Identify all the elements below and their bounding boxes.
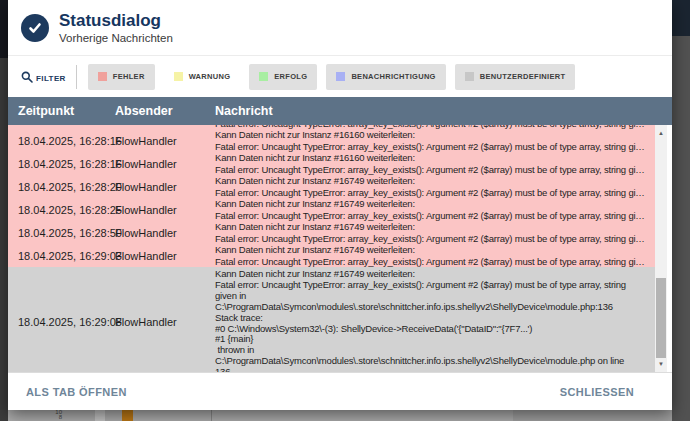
table-row[interactable]: 18.04.2025, 16:29:08 FlowHandler Kann Da… [8,267,655,372]
error-color-swatch [98,72,107,81]
search-icon [21,71,33,83]
dialog-subtitle: Vorherige Nachrichten [59,32,173,44]
cell-message: Kann Daten nicht zur Instanz #16749 weit… [215,221,655,244]
filter-toggle[interactable]: FILTER [21,71,66,83]
filter-button-benutzerdefiniert[interactable]: BENUTZERDEFINIERT [455,64,576,90]
cell-sender: FlowHandler [115,227,215,239]
cell-sender: FlowHandler [115,135,215,147]
filter-button-label: FEHLER [113,72,145,81]
background-chart-orange-bar [122,410,133,421]
cell-time: 18.04.2025, 16:28:16 [18,135,115,147]
filter-button-label: ERFOLG [274,72,307,81]
filter-button-label: WARNUNG [189,72,231,81]
check-circle-icon [21,14,49,42]
cell-message: Kann Daten nicht zur Instanz #16749 weit… [215,198,655,221]
column-header-nachricht: Nachricht [215,104,672,118]
cell-time: 18.04.2025, 16:28:20 [18,181,115,193]
filter-label: FILTER [36,74,66,83]
cell-message: Kann Daten nicht zur Instanz #16749 weit… [215,175,655,198]
cell-message: Kann Daten nicht zur Instanz #16160 weit… [215,129,655,152]
filter-button-erfolg[interactable]: ERFOLG [249,64,317,90]
scrollbar[interactable]: ▲ ▼ [655,125,667,372]
background-overlay-left-top [0,0,8,58]
filter-button-label: BENUTZERDEFINIERT [480,72,566,81]
cell-sender: FlowHandler [115,204,215,216]
message-list: Fatal error: Uncaught TypeError: array_k… [8,125,672,372]
table-row[interactable]: 18.04.2025, 16:28:20 FlowHandler Kann Da… [8,175,655,198]
background-chart-gridline [211,410,212,421]
table-row[interactable]: 18.04.2025, 16:28:50 FlowHandler Kann Da… [8,221,655,244]
cell-sender: FlowHandler [115,316,215,328]
custom-color-swatch [465,72,474,81]
background-chart-axis-labels: 10 8 [52,410,62,420]
filter-button-benachrichtigung[interactable]: BENACHRICHTIGUNG [326,64,445,90]
close-button[interactable]: SCHLIESSEN [560,386,634,398]
filter-button-fehler[interactable]: FEHLER [88,64,155,90]
cell-message: Kann Daten nicht zur Instanz #16160 weit… [215,152,655,175]
warning-color-swatch [174,72,183,81]
cell-message: Kann Daten nicht zur Instanz #16749 weit… [215,267,655,372]
screen: 10 8 Statusdialog Vorherige Nachrichten [0,0,690,421]
filter-button-label: BENACHRICHTIGUNG [351,72,435,81]
background-chart-gray-bar [95,410,105,421]
status-dialog: Statusdialog Vorherige Nachrichten FILTE… [8,0,672,410]
background-chart-ylabel: 8 [52,415,62,420]
column-header-absender: Absender [115,104,215,118]
cell-time: 18.04.2025, 16:28:16 [18,158,115,170]
cell-message: Kann Daten nicht zur Instanz #16749 weit… [215,244,655,267]
table-row[interactable]: 18.04.2025, 16:29:03 FlowHandler Kann Da… [8,244,655,267]
background-overlay-right [672,36,690,421]
background-overlay-left [0,58,8,421]
table-header: Zeitpunkt Absender Nachricht [8,97,672,125]
background-app-chart: 10 8 [8,410,672,421]
dialog-title: Statusdialog [59,11,173,30]
scrollbar-thumb[interactable] [656,278,666,358]
filter-divider [76,65,77,89]
table-row[interactable]: 18.04.2025, 16:28:25 FlowHandler Kann Da… [8,198,655,221]
cell-time: 18.04.2025, 16:28:25 [18,204,115,216]
cell-sender: FlowHandler [115,158,215,170]
cell-sender: FlowHandler [115,181,215,193]
scroll-down-icon[interactable]: ▼ [655,358,667,370]
dialog-header: Statusdialog Vorherige Nachrichten [8,0,672,56]
background-panel [513,410,672,421]
filter-button-warnung[interactable]: WARNUNG [164,64,241,90]
column-header-zeitpunkt: Zeitpunkt [18,104,115,118]
cell-time: 18.04.2025, 16:28:50 [18,227,115,239]
success-color-swatch [259,72,268,81]
filter-bar: FILTER FEHLER WARNUNG ERFOLG BENACHRICHT… [8,56,672,97]
cell-time: 18.04.2025, 16:29:08 [18,316,115,328]
table-row[interactable]: 18.04.2025, 16:28:16 FlowHandler Kann Da… [8,129,655,152]
clipped-message-text: Fatal error: Uncaught TypeError: array_k… [215,125,655,129]
cell-time: 18.04.2025, 16:29:03 [18,250,115,262]
open-as-tab-button[interactable]: ALS TAB ÖFFNEN [26,386,127,398]
background-app-header [672,0,690,36]
scroll-up-icon[interactable]: ▲ [655,127,667,139]
table-row[interactable]: 18.04.2025, 16:28:16 FlowHandler Kann Da… [8,152,655,175]
dialog-footer: ALS TAB ÖFFNEN SCHLIESSEN [8,372,672,410]
cell-sender: FlowHandler [115,250,215,262]
notification-color-swatch [336,72,345,81]
